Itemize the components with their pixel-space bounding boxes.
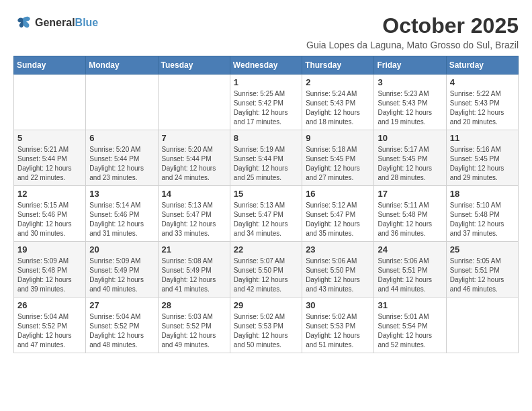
day-number: 6 <box>89 133 154 143</box>
day-info: Sunrise: 5:01 AMSunset: 5:54 PMDaylight:… <box>378 312 442 350</box>
calendar-cell: 25Sunrise: 5:05 AMSunset: 5:51 PMDayligh… <box>446 242 518 298</box>
calendar-cell: 28Sunrise: 5:03 AMSunset: 5:52 PMDayligh… <box>158 298 230 353</box>
page-container: GeneralBlue October 2025 Guia Lopes da L… <box>13 13 519 353</box>
day-number: 8 <box>234 133 298 143</box>
calendar-cell: 16Sunrise: 5:12 AMSunset: 5:47 PMDayligh… <box>302 186 374 242</box>
calendar-week-4: 19Sunrise: 5:09 AMSunset: 5:48 PMDayligh… <box>14 242 519 298</box>
calendar-cell: 1Sunrise: 5:25 AMSunset: 5:42 PMDaylight… <box>230 75 302 130</box>
col-friday: Friday <box>374 56 446 75</box>
day-number: 4 <box>450 77 515 87</box>
day-number: 14 <box>162 189 226 199</box>
calendar-cell: 22Sunrise: 5:07 AMSunset: 5:50 PMDayligh… <box>230 242 302 298</box>
day-number: 5 <box>17 133 82 143</box>
day-info: Sunrise: 5:06 AMSunset: 5:50 PMDaylight:… <box>306 257 370 294</box>
calendar-cell: 20Sunrise: 5:09 AMSunset: 5:49 PMDayligh… <box>86 242 158 298</box>
day-number: 2 <box>306 77 370 87</box>
calendar-cell: 29Sunrise: 5:02 AMSunset: 5:53 PMDayligh… <box>230 298 302 353</box>
calendar-week-1: 1Sunrise: 5:25 AMSunset: 5:42 PMDaylight… <box>14 75 519 130</box>
calendar-cell: 15Sunrise: 5:13 AMSunset: 5:47 PMDayligh… <box>230 186 302 242</box>
col-tuesday: Tuesday <box>158 56 230 75</box>
calendar-cell: 21Sunrise: 5:08 AMSunset: 5:49 PMDayligh… <box>158 242 230 298</box>
day-info: Sunrise: 5:08 AMSunset: 5:49 PMDaylight:… <box>162 257 226 294</box>
calendar-cell: 24Sunrise: 5:06 AMSunset: 5:51 PMDayligh… <box>374 242 446 298</box>
day-info: Sunrise: 5:04 AMSunset: 5:52 PMDaylight:… <box>17 312 82 350</box>
day-info: Sunrise: 5:09 AMSunset: 5:49 PMDaylight:… <box>89 257 154 294</box>
day-number: 1 <box>234 77 298 87</box>
day-info: Sunrise: 5:15 AMSunset: 5:46 PMDaylight:… <box>17 201 82 238</box>
header: GeneralBlue October 2025 Guia Lopes da L… <box>13 13 519 50</box>
day-number: 19 <box>17 244 82 255</box>
logo-icon <box>13 13 32 32</box>
calendar-cell: 2Sunrise: 5:24 AMSunset: 5:43 PMDaylight… <box>302 75 374 130</box>
calendar-cell: 19Sunrise: 5:09 AMSunset: 5:48 PMDayligh… <box>14 242 86 298</box>
calendar-cell: 6Sunrise: 5:20 AMSunset: 5:44 PMDaylight… <box>86 130 158 186</box>
day-number: 7 <box>162 133 226 143</box>
day-number: 25 <box>450 244 515 255</box>
calendar-week-3: 12Sunrise: 5:15 AMSunset: 5:46 PMDayligh… <box>14 186 519 242</box>
day-number: 27 <box>89 300 154 310</box>
title-block: October 2025 Guia Lopes da Laguna, Mato … <box>306 13 519 50</box>
day-number: 23 <box>306 244 370 255</box>
day-number: 20 <box>89 244 154 255</box>
calendar-cell: 27Sunrise: 5:04 AMSunset: 5:52 PMDayligh… <box>86 298 158 353</box>
day-number: 15 <box>234 189 298 199</box>
calendar-cell: 26Sunrise: 5:04 AMSunset: 5:52 PMDayligh… <box>14 298 86 353</box>
calendar-header-row: Sunday Monday Tuesday Wednesday Thursday… <box>14 56 519 75</box>
day-number: 21 <box>162 244 226 255</box>
day-number: 29 <box>234 300 298 310</box>
col-thursday: Thursday <box>302 56 374 75</box>
day-info: Sunrise: 5:17 AMSunset: 5:45 PMDaylight:… <box>378 145 442 183</box>
calendar-cell: 30Sunrise: 5:02 AMSunset: 5:53 PMDayligh… <box>302 298 374 353</box>
day-info: Sunrise: 5:06 AMSunset: 5:51 PMDaylight:… <box>378 257 442 294</box>
day-info: Sunrise: 5:09 AMSunset: 5:48 PMDaylight:… <box>17 257 82 294</box>
day-number: 9 <box>306 133 370 143</box>
day-info: Sunrise: 5:04 AMSunset: 5:52 PMDaylight:… <box>89 312 154 350</box>
day-number: 30 <box>306 300 370 310</box>
calendar-cell <box>446 298 518 353</box>
day-info: Sunrise: 5:18 AMSunset: 5:45 PMDaylight:… <box>306 145 370 183</box>
calendar-cell: 5Sunrise: 5:21 AMSunset: 5:44 PMDaylight… <box>14 130 86 186</box>
calendar-cell: 4Sunrise: 5:22 AMSunset: 5:43 PMDaylight… <box>446 75 518 130</box>
day-info: Sunrise: 5:20 AMSunset: 5:44 PMDaylight:… <box>162 145 226 183</box>
day-info: Sunrise: 5:14 AMSunset: 5:46 PMDaylight:… <box>89 201 154 238</box>
calendar-cell: 10Sunrise: 5:17 AMSunset: 5:45 PMDayligh… <box>374 130 446 186</box>
day-info: Sunrise: 5:25 AMSunset: 5:42 PMDaylight:… <box>234 89 298 127</box>
col-sunday: Sunday <box>14 56 86 75</box>
calendar-cell: 11Sunrise: 5:16 AMSunset: 5:45 PMDayligh… <box>446 130 518 186</box>
day-info: Sunrise: 5:02 AMSunset: 5:53 PMDaylight:… <box>306 312 370 350</box>
day-info: Sunrise: 5:16 AMSunset: 5:45 PMDaylight:… <box>450 145 515 183</box>
day-info: Sunrise: 5:12 AMSunset: 5:47 PMDaylight:… <box>306 201 370 238</box>
col-monday: Monday <box>86 56 158 75</box>
day-number: 18 <box>450 189 515 199</box>
day-info: Sunrise: 5:21 AMSunset: 5:44 PMDaylight:… <box>17 145 82 183</box>
calendar-cell: 18Sunrise: 5:10 AMSunset: 5:48 PMDayligh… <box>446 186 518 242</box>
day-info: Sunrise: 5:22 AMSunset: 5:43 PMDaylight:… <box>450 89 515 127</box>
day-number: 17 <box>378 189 442 199</box>
calendar-cell: 8Sunrise: 5:19 AMSunset: 5:44 PMDaylight… <box>230 130 302 186</box>
calendar-cell: 7Sunrise: 5:20 AMSunset: 5:44 PMDaylight… <box>158 130 230 186</box>
day-info: Sunrise: 5:24 AMSunset: 5:43 PMDaylight:… <box>306 89 370 127</box>
col-wednesday: Wednesday <box>230 56 302 75</box>
day-number: 26 <box>17 300 82 310</box>
day-number: 13 <box>89 189 154 199</box>
calendar-week-5: 26Sunrise: 5:04 AMSunset: 5:52 PMDayligh… <box>14 298 519 353</box>
calendar-cell <box>86 75 158 130</box>
calendar-cell: 12Sunrise: 5:15 AMSunset: 5:46 PMDayligh… <box>14 186 86 242</box>
day-number: 31 <box>378 300 442 310</box>
day-info: Sunrise: 5:13 AMSunset: 5:47 PMDaylight:… <box>162 201 226 238</box>
calendar-cell: 14Sunrise: 5:13 AMSunset: 5:47 PMDayligh… <box>158 186 230 242</box>
day-info: Sunrise: 5:02 AMSunset: 5:53 PMDaylight:… <box>234 312 298 350</box>
calendar-cell: 3Sunrise: 5:23 AMSunset: 5:43 PMDaylight… <box>374 75 446 130</box>
day-number: 22 <box>234 244 298 255</box>
day-number: 3 <box>378 77 442 87</box>
day-number: 16 <box>306 189 370 199</box>
day-info: Sunrise: 5:07 AMSunset: 5:50 PMDaylight:… <box>234 257 298 294</box>
day-number: 10 <box>378 133 442 143</box>
calendar-week-2: 5Sunrise: 5:21 AMSunset: 5:44 PMDaylight… <box>14 130 519 186</box>
day-number: 12 <box>17 189 82 199</box>
day-info: Sunrise: 5:05 AMSunset: 5:51 PMDaylight:… <box>450 257 515 294</box>
day-number: 11 <box>450 133 515 143</box>
calendar-cell: 17Sunrise: 5:11 AMSunset: 5:48 PMDayligh… <box>374 186 446 242</box>
day-number: 24 <box>378 244 442 255</box>
logo-text: GeneralBlue <box>35 17 98 29</box>
